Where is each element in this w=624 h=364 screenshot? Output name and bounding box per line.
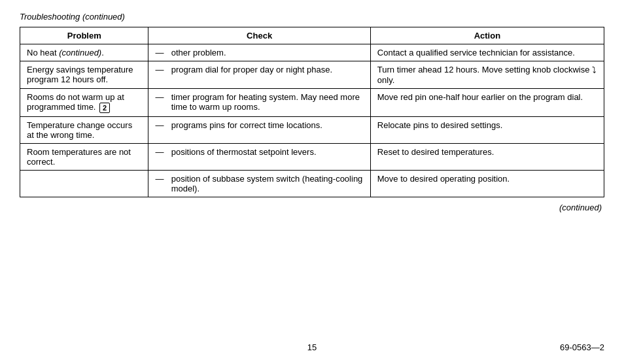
check-cell: — programs pins for correct time locatio…: [148, 116, 370, 143]
check-cell: — positions of thermostat setpoint lever…: [148, 143, 370, 170]
table-row: Energy savings temperature program 12 ho…: [20, 61, 604, 89]
action-cell: Reset to desired temperatures.: [370, 143, 604, 170]
problem-cell: Energy savings temperature program 12 ho…: [20, 61, 148, 89]
footer-doc-number: 69-0563—2: [560, 342, 604, 352]
table-row: — position of subbase system switch (hea…: [20, 170, 604, 197]
problem-cell: Rooms do not warm up at programmed time.…: [20, 89, 148, 117]
problem-cell: Temperature change occurs at the wrong t…: [20, 116, 148, 143]
check-cell: — other problem.: [148, 44, 370, 61]
header-check: Check: [148, 27, 370, 44]
troubleshooting-table: Problem Check Action No heat (continued)…: [20, 27, 604, 197]
check-cell: — position of subbase system switch (hea…: [148, 170, 370, 197]
problem-cell: Room temperatures are not correct.: [20, 143, 148, 170]
problem-cell: [20, 170, 148, 197]
header-problem: Problem: [20, 27, 148, 44]
table-row: Room temperatures are not correct. — pos…: [20, 143, 604, 170]
action-cell: Turn timer ahead 12 hours. Move setting …: [370, 61, 604, 89]
footnote-icon: 2: [99, 103, 110, 113]
action-cell: Relocate pins to desired settings.: [370, 116, 604, 143]
clockwise-icon: ⤵: [592, 65, 597, 75]
table-row: Temperature change occurs at the wrong t…: [20, 116, 604, 143]
action-cell: Move to desired operating position.: [370, 170, 604, 197]
table-row: No heat (continued). — other problem. Co…: [20, 44, 604, 61]
action-cell: Move red pin one-half hour earlier on th…: [370, 89, 604, 117]
page-container: Troubleshooting (continued) Problem Chec…: [0, 0, 624, 364]
check-cell: — timer program for heating system. May …: [148, 89, 370, 117]
check-cell: — program dial for proper day or night p…: [148, 61, 370, 89]
table-header-row: Problem Check Action: [20, 27, 604, 44]
page-title: Troubleshooting (continued): [20, 12, 604, 22]
table-row: Rooms do not warm up at programmed time.…: [20, 89, 604, 117]
footer-page-number: 15: [307, 342, 317, 352]
footer: (continued): [20, 203, 604, 212]
header-action: Action: [370, 27, 604, 44]
action-cell: Contact a qualified service technician f…: [370, 44, 604, 61]
footer-continued: (continued): [312, 203, 602, 212]
page-title-text: Troubleshooting (continued): [20, 12, 125, 22]
problem-cell: No heat (continued).: [20, 44, 148, 61]
